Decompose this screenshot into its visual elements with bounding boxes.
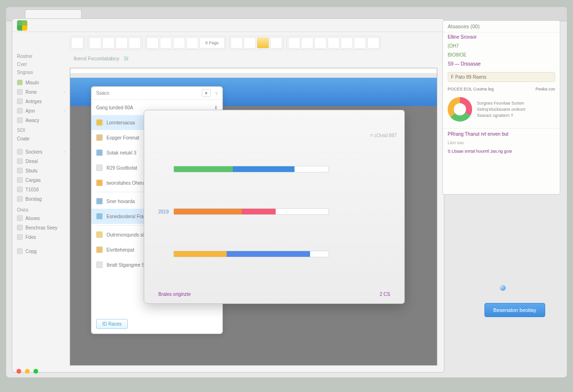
app-logo-icon xyxy=(17,20,27,31)
close-icon[interactable] xyxy=(16,369,21,374)
item-icon xyxy=(17,225,23,230)
item-icon xyxy=(17,98,23,104)
rp-legend: Sorgnes Feonitae Sorten Setnq’elocksoans… xyxy=(443,94,560,124)
sidebar-item[interactable]: Rone› xyxy=(15,87,68,97)
side-head: Ones xyxy=(17,207,68,212)
id-races-button[interactable]: ID Races xyxy=(96,319,128,329)
chevron-right-icon: › xyxy=(64,90,65,94)
item-icon xyxy=(17,187,23,192)
row-icon xyxy=(96,180,103,186)
item-icon xyxy=(17,215,23,221)
item-icon xyxy=(17,149,23,155)
legend-item: Sorgnes Feonitae Sorten xyxy=(477,101,526,106)
chart-footer-left: Brales originzte xyxy=(158,292,191,297)
tool-btn[interactable] xyxy=(354,37,366,49)
bar xyxy=(173,166,329,172)
tool-page-label[interactable]: 8 Page xyxy=(199,37,225,49)
tool-btn[interactable] xyxy=(270,37,282,49)
rp-tab[interactable]: Atsasoes (00) xyxy=(443,21,560,33)
breadcrumb: Ibend Fecontataboy Sl xyxy=(74,56,128,61)
row-icon xyxy=(96,198,103,204)
breadcrumb-b[interactable]: Sl xyxy=(123,56,128,61)
sidebar-item[interactable]: T1016 xyxy=(15,185,68,194)
tool-btn[interactable] xyxy=(301,37,313,49)
tool-btn[interactable] xyxy=(244,37,256,49)
rp-line: BIO8IOE xyxy=(443,50,560,59)
sidebar-item[interactable]: Sockers› xyxy=(15,147,68,156)
side-section-label: Misuln xyxy=(15,78,68,87)
rp-info: PRrang Thanut nrt enven but xyxy=(443,128,560,139)
tool-star-icon[interactable] xyxy=(257,37,269,49)
tool-btn[interactable] xyxy=(89,37,101,49)
chevron-right-icon: › xyxy=(64,108,65,113)
sidebar: Rostrer Cver Sngnas Misuln Rone›AntrgesA… xyxy=(12,48,68,372)
item-icon xyxy=(17,168,23,173)
tool-btn[interactable] xyxy=(230,37,243,49)
sidebar-item[interactable]: Awacy xyxy=(15,115,68,125)
breadcrumb-a[interactable]: Ibend Fecontataboy xyxy=(74,56,119,61)
chart-bars: 2019 xyxy=(153,148,396,275)
tool-btn[interactable] xyxy=(173,37,185,49)
sidebar-item[interactable]: Ajnn› xyxy=(15,106,68,115)
chevron-right-icon: › xyxy=(64,149,65,154)
browser-tab[interactable] xyxy=(25,9,82,19)
row-icon xyxy=(96,119,103,126)
sidebar-item[interactable]: Borstag xyxy=(15,194,68,204)
tool-btn[interactable] xyxy=(314,37,327,49)
tool-btn[interactable] xyxy=(129,37,141,49)
item-icon xyxy=(17,117,23,123)
tool-btn[interactable] xyxy=(367,37,379,49)
rp-row: POCES EOL Coutna legPeska cov xyxy=(443,84,560,94)
side-head: Cver xyxy=(17,62,68,67)
tool-btn[interactable] xyxy=(341,37,353,49)
item-icon xyxy=(17,248,23,254)
right-panel: Atsasoes (00) Elline Srovsor (OH7 BIO8IO… xyxy=(442,20,560,195)
sidebar-item[interactable]: Alooes xyxy=(15,213,68,223)
sidebar-item[interactable]: Benchras Seey xyxy=(15,223,68,232)
item-icon xyxy=(17,158,23,164)
download-icon[interactable]: ⬇ xyxy=(214,105,218,110)
tool-btn[interactable] xyxy=(186,37,198,49)
chart-window: = cOvsd 887 2019 Brales originzte 2 CS xyxy=(144,110,405,304)
side-head: Sngnas xyxy=(17,70,68,75)
window-controls xyxy=(16,369,38,374)
rp-info-sub: Lten eao xyxy=(443,139,560,147)
legend-item: Setnq’elocksoans orokonr xyxy=(477,107,526,112)
zoom-icon[interactable] xyxy=(33,369,38,374)
side-head: SOI xyxy=(17,128,68,133)
sidebar-item[interactable]: Sbuts xyxy=(15,166,68,175)
rp-info2: S Lbaae snrtal hounrtl Jas.ng gosr xyxy=(443,147,560,155)
tool-btn[interactable] xyxy=(147,37,159,49)
rp-line: S9 — Drssasae xyxy=(443,59,560,68)
row-icon xyxy=(96,164,103,171)
app-frame: 8 Page Ibend Fecontataboy Sl xyxy=(6,7,567,378)
sidebar-item[interactable]: Copg xyxy=(15,246,68,256)
row-icon xyxy=(96,261,103,268)
list-dropdown[interactable]: ▾ xyxy=(202,89,211,97)
tool-btn[interactable] xyxy=(115,37,128,49)
sidebar-item[interactable]: Direal xyxy=(15,156,68,166)
donut-chart-icon xyxy=(448,97,472,122)
knob-icon[interactable] xyxy=(500,285,506,291)
bar xyxy=(173,251,329,257)
side-head: Rostrer xyxy=(17,54,68,59)
minimize-icon[interactable] xyxy=(25,369,30,374)
side-section-label: Cnate xyxy=(15,134,68,143)
row-icon xyxy=(96,134,103,141)
tool-btn[interactable] xyxy=(160,37,172,49)
row-icon xyxy=(96,231,103,238)
row-icon xyxy=(96,149,103,156)
square-icon xyxy=(17,80,23,85)
sidebar-item[interactable]: Cargas xyxy=(15,175,68,185)
item-icon xyxy=(17,108,23,114)
bar xyxy=(173,208,329,215)
sidebar-item[interactable]: Fdes xyxy=(15,232,68,242)
filter-icon[interactable]: ▿ xyxy=(215,90,218,96)
item-icon xyxy=(17,177,23,183)
primary-action-button[interactable]: Besenaton beoitay xyxy=(484,303,545,317)
tool-btn[interactable] xyxy=(102,37,115,49)
tool-btn[interactable] xyxy=(327,37,340,49)
sidebar-item[interactable]: Antrges xyxy=(15,97,68,106)
tool-btn[interactable] xyxy=(288,37,300,49)
tool-home-icon[interactable] xyxy=(71,37,83,49)
